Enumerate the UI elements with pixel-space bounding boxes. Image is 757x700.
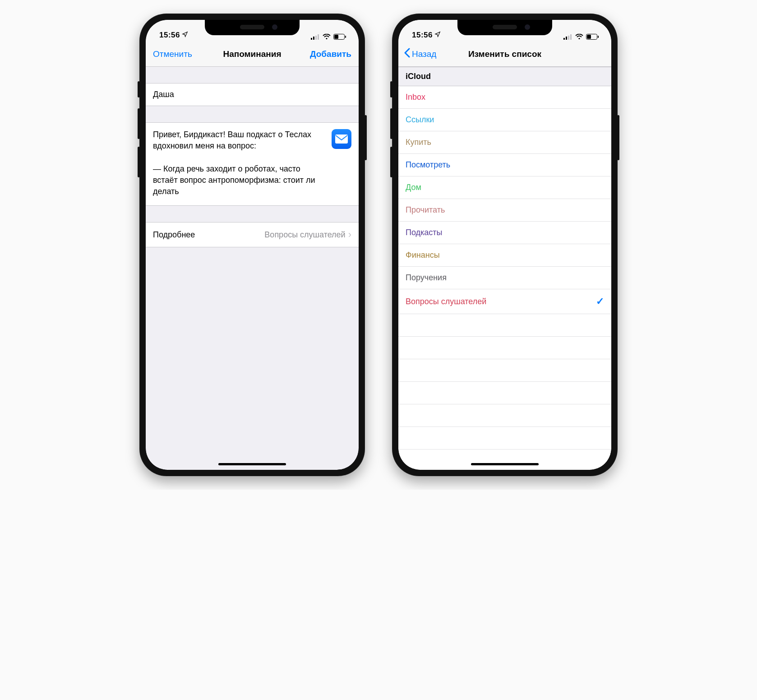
side-button (390, 81, 392, 97)
content-area[interactable]: iCloud InboxСсылкиКупитьПосмотретьДомПро… (398, 67, 611, 470)
list-row[interactable]: Финансы (398, 244, 611, 267)
nav-bar: Отменить Напоминания Добавить (146, 42, 359, 67)
list-name: Подкасты (406, 228, 443, 237)
phone-frame-right: 15:56 (392, 14, 618, 476)
list-row[interactable]: Inbox (398, 86, 611, 109)
details-value: Вопросы слушателей (264, 230, 345, 240)
list-row[interactable]: Купить (398, 131, 611, 154)
checkmark-icon: ✓ (596, 296, 604, 307)
status-time: 15:56 (159, 31, 180, 40)
nav-title: Изменить список (468, 49, 541, 59)
list-name: Ссылки (406, 115, 434, 125)
svg-rect-3 (318, 34, 319, 40)
list-name: Inbox (406, 93, 425, 102)
reminder-note-cell[interactable]: Привет, Бирдикаст! Ваш подкаст о Теслах … (146, 122, 359, 206)
back-button[interactable]: Назад (398, 42, 443, 66)
list-name: Поручения (406, 273, 447, 283)
add-button[interactable]: Добавить (303, 42, 359, 66)
battery-icon (586, 34, 599, 40)
notch (457, 20, 552, 35)
list-name: Вопросы слушателей (406, 297, 486, 306)
svg-rect-15 (598, 36, 599, 38)
content-area[interactable]: Даша Привет, Бирдикаст! Ваш подкаст о Те… (146, 67, 359, 470)
chevron-left-icon (404, 48, 410, 60)
list-row[interactable]: Посмотреть (398, 154, 611, 176)
cell-signal-icon (311, 34, 320, 40)
location-arrow-icon (182, 31, 188, 40)
nav-bar: Назад Изменить список (398, 42, 611, 67)
side-button (138, 108, 140, 139)
svg-rect-0 (311, 38, 312, 40)
section-header: iCloud (398, 67, 611, 86)
notch (205, 20, 300, 35)
location-arrow-icon (434, 31, 441, 40)
svg-point-13 (578, 38, 580, 39)
cell-signal-icon (563, 34, 572, 40)
empty-row (398, 382, 611, 404)
home-indicator[interactable] (471, 463, 539, 465)
empty-row (398, 404, 611, 427)
list-row[interactable]: Ссылки (398, 109, 611, 131)
chevron-right-icon: › (348, 229, 351, 241)
svg-rect-2 (315, 36, 317, 40)
list-name: Посмотреть (406, 160, 450, 170)
svg-rect-11 (568, 36, 569, 40)
reminder-note-text: Привет, Бирдикаст! Ваш подкаст о Теслах … (153, 129, 327, 197)
status-time: 15:56 (412, 31, 433, 40)
svg-rect-8 (335, 134, 348, 144)
list-row[interactable]: Прочитать (398, 199, 611, 222)
details-row[interactable]: Подробнее Вопросы слушателей › (146, 222, 359, 247)
nav-title: Напоминания (223, 49, 281, 59)
side-button (390, 108, 392, 139)
cancel-button[interactable]: Отменить (146, 42, 199, 66)
svg-rect-6 (345, 36, 346, 38)
svg-rect-10 (566, 37, 567, 40)
reminder-title-field[interactable]: Даша (146, 83, 359, 106)
side-button (617, 115, 619, 160)
list-row[interactable]: Поручения (398, 267, 611, 289)
list-name: Дом (406, 183, 421, 192)
side-button (365, 115, 367, 160)
wifi-icon (323, 34, 331, 40)
list-name: Прочитать (406, 205, 445, 215)
home-indicator[interactable] (218, 463, 286, 465)
list-row[interactable]: Дом (398, 176, 611, 199)
empty-row (398, 337, 611, 359)
svg-rect-1 (313, 37, 314, 40)
list-row[interactable]: Вопросы слушателей✓ (398, 289, 611, 314)
wifi-icon (575, 34, 583, 40)
details-label: Подробнее (153, 230, 195, 240)
svg-rect-9 (563, 38, 565, 40)
list-name: Финансы (406, 250, 440, 260)
list-row[interactable]: Подкасты (398, 222, 611, 244)
list-name: Купить (406, 138, 431, 147)
mail-app-icon[interactable] (332, 129, 351, 149)
empty-row (398, 314, 611, 337)
side-button (138, 147, 140, 177)
phone-frame-left: 15:56 (139, 14, 365, 476)
empty-row (398, 427, 611, 450)
side-button (138, 81, 140, 97)
svg-point-4 (326, 38, 327, 39)
svg-rect-16 (587, 35, 591, 39)
empty-row (398, 359, 611, 382)
svg-rect-7 (334, 35, 338, 39)
reminder-title-text: Даша (153, 90, 174, 99)
svg-rect-12 (570, 34, 572, 40)
battery-icon (333, 34, 346, 40)
side-button (390, 147, 392, 177)
